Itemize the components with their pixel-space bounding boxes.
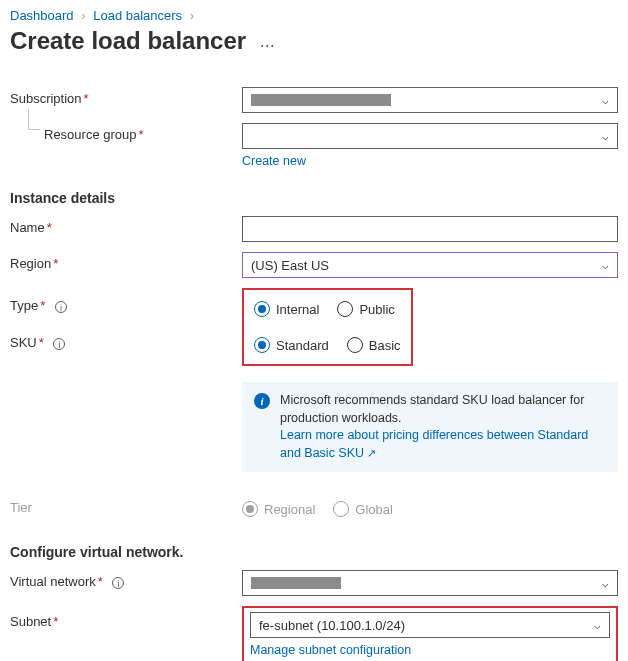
subnet-value: fe-subnet (10.100.1.0/24)	[259, 618, 405, 633]
radio-icon	[254, 337, 270, 353]
resource-group-label: Resource group	[44, 127, 137, 142]
required-asterisk: *	[53, 256, 58, 271]
radio-icon	[347, 337, 363, 353]
banner-learn-more-link[interactable]: Learn more about pricing differences bet…	[280, 428, 588, 460]
manage-subnet-link[interactable]: Manage subnet configuration	[250, 643, 411, 657]
radio-icon	[254, 301, 270, 317]
name-label: Name	[10, 220, 45, 235]
name-input[interactable]	[242, 216, 618, 242]
redacted-value	[251, 577, 341, 589]
radio-icon	[337, 301, 353, 317]
info-icon[interactable]: i	[112, 577, 124, 589]
region-label: Region	[10, 256, 51, 271]
region-value: (US) East US	[251, 258, 329, 273]
chevron-down-icon: ⌵	[602, 94, 609, 107]
instance-details-heading: Instance details	[10, 190, 618, 206]
type-public-radio[interactable]: Public	[337, 301, 394, 317]
type-label: Type	[10, 298, 38, 313]
region-select[interactable]: (US) East US ⌵	[242, 252, 618, 278]
chevron-down-icon: ⌵	[594, 619, 601, 632]
chevron-down-icon: ⌵	[602, 577, 609, 590]
create-new-link[interactable]: Create new	[242, 154, 306, 168]
info-icon[interactable]: i	[55, 301, 67, 313]
subnet-label: Subnet	[10, 614, 51, 629]
sku-standard-radio[interactable]: Standard	[254, 337, 329, 353]
subscription-select[interactable]: ⌵	[242, 87, 618, 113]
tier-global-radio: Global	[333, 501, 393, 517]
required-asterisk: *	[47, 220, 52, 235]
radio-icon	[242, 501, 258, 517]
chevron-right-icon: ›	[190, 8, 194, 23]
breadcrumb-dashboard[interactable]: Dashboard	[10, 8, 74, 23]
chevron-right-icon: ›	[81, 8, 85, 23]
required-asterisk: *	[39, 335, 44, 350]
required-asterisk: *	[53, 614, 58, 629]
redacted-value	[251, 94, 391, 106]
sku-info-banner: i Microsoft recommends standard SKU load…	[242, 382, 618, 472]
tier-regional-radio: Regional	[242, 501, 315, 517]
breadcrumb: Dashboard › Load balancers ›	[10, 6, 618, 27]
required-asterisk: *	[139, 127, 144, 142]
type-internal-radio[interactable]: Internal	[254, 301, 319, 317]
required-asterisk: *	[98, 574, 103, 589]
highlight-type-sku: Internal Public Standard	[242, 288, 413, 366]
chevron-down-icon: ⌵	[602, 130, 609, 143]
subnet-select[interactable]: fe-subnet (10.100.1.0/24) ⌵	[250, 612, 610, 638]
subscription-label: Subscription	[10, 91, 82, 106]
required-asterisk: *	[40, 298, 45, 313]
more-actions-icon[interactable]: ···	[260, 35, 275, 56]
tier-label: Tier	[10, 500, 32, 515]
chevron-down-icon: ⌵	[602, 259, 609, 272]
virtual-network-select[interactable]: ⌵	[242, 570, 618, 596]
sku-label: SKU	[10, 335, 37, 350]
info-icon[interactable]: i	[53, 338, 65, 350]
highlight-subnet-ip: fe-subnet (10.100.1.0/24) ⌵ Manage subne…	[242, 606, 618, 661]
page-title: Create load balancer	[10, 27, 246, 55]
sku-basic-radio[interactable]: Basic	[347, 337, 401, 353]
resource-group-select[interactable]: ⌵	[242, 123, 618, 149]
breadcrumb-loadbalancers[interactable]: Load balancers	[93, 8, 182, 23]
radio-icon	[333, 501, 349, 517]
info-icon: i	[254, 393, 270, 409]
virtual-network-label: Virtual network	[10, 574, 96, 589]
banner-text: Microsoft recommends standard SKU load b…	[280, 393, 584, 425]
configure-vn-heading: Configure virtual network.	[10, 544, 618, 560]
required-asterisk: *	[84, 91, 89, 106]
